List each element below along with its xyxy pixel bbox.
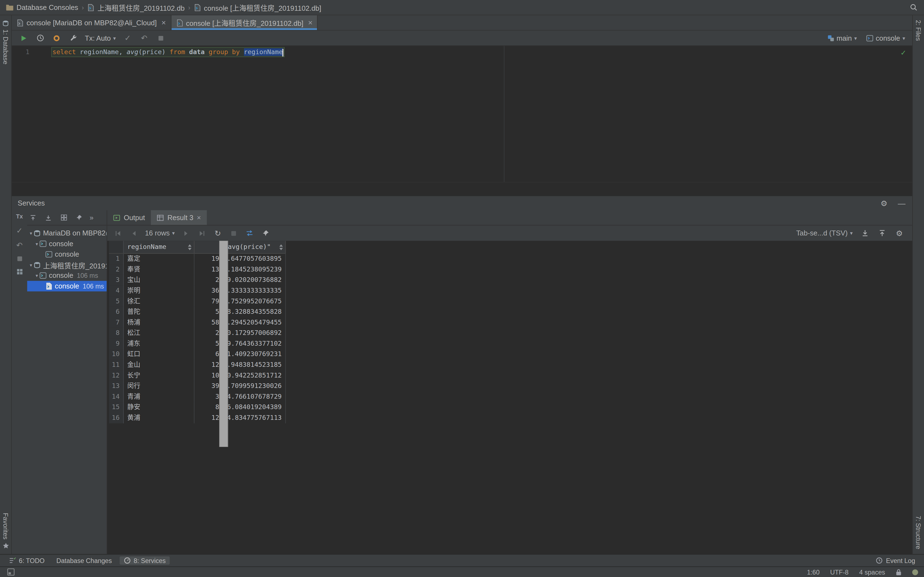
tab-console-mariadb[interactable]: console [MariaDB on MBP82@Ali_Cloud] ×	[12, 15, 171, 30]
cell-avg-price[interactable]: 36 .3333333333335	[194, 285, 286, 296]
close-icon[interactable]: ×	[308, 19, 312, 27]
table-row[interactable]: 3宝山2 9.020200736882	[109, 275, 286, 286]
compare-icon[interactable]	[245, 228, 254, 239]
cell-avg-price[interactable]: 8 6.084019204389	[194, 402, 286, 413]
rollback-icon[interactable]: ↶	[16, 242, 23, 249]
highlighting-level-icon[interactable]	[912, 569, 918, 575]
table-row[interactable]: 16黄浦12 4.834775767113	[109, 413, 286, 424]
commit-button[interactable]: ✓	[123, 33, 132, 44]
cell-avg-price[interactable]: 19 .6477057603895	[194, 254, 286, 264]
table-row[interactable]: 2奉贤13 .1845238095239	[109, 264, 286, 275]
corner-cell[interactable]	[109, 241, 124, 253]
table-row[interactable]: 10虹口6 1.409230769231	[109, 349, 286, 360]
gear-icon[interactable]: ⚙	[879, 198, 888, 208]
table-row[interactable]: 13闵行39 .7099591230026	[109, 381, 286, 392]
expand-all-icon[interactable]	[44, 213, 53, 223]
table-row[interactable]: 11金山12 .9483814523185	[109, 359, 286, 371]
previous-page-icon[interactable]	[129, 228, 138, 239]
schema-selector-dropdown[interactable]: main ▾	[827, 34, 857, 42]
cell-regionName[interactable]: 浦东	[124, 338, 194, 349]
close-icon[interactable]: ×	[162, 19, 166, 27]
cell-regionName[interactable]: 嘉定	[124, 254, 194, 264]
pin-tab-icon[interactable]	[74, 213, 84, 223]
file-encoding[interactable]: UTF-8	[830, 569, 849, 575]
cell-avg-price[interactable]: 5 8.328834355828	[194, 307, 286, 318]
cell-regionName[interactable]: 奉贤	[124, 264, 194, 275]
search-icon[interactable]	[909, 2, 918, 13]
tx-mode-dropdown[interactable]: Tx: Auto ▾	[85, 34, 116, 42]
tree-node[interactable]: ▾MariaDB on MBP82@Ali...	[27, 228, 107, 239]
table-row[interactable]: 9浦东5 9.764363377102	[109, 338, 286, 349]
cell-avg-price[interactable]: 3 4.766107678729	[194, 392, 286, 402]
cell-avg-price[interactable]: 6 1.409230769231	[194, 349, 286, 360]
table-row[interactable]: 12长宁10 0.942252851712	[109, 371, 286, 381]
caret-position[interactable]: 1:60	[807, 569, 819, 575]
indent-setting[interactable]: 4 spaces	[859, 569, 885, 575]
rollback-button[interactable]: ↶	[139, 33, 149, 44]
toolwindow-button-database-changes[interactable]: Database Changes	[52, 556, 116, 565]
inspection-ok-icon[interactable]: ✓	[900, 49, 906, 57]
cell-avg-price[interactable]: 12 4.834775767113	[194, 413, 286, 424]
toolwindow-button-files[interactable]: 2: Files	[915, 20, 922, 41]
cell-regionName[interactable]: 松江	[124, 328, 194, 339]
column-header-avg-price[interactable]: "avg(price)"	[194, 241, 286, 253]
sort-icon[interactable]	[279, 244, 283, 250]
cell-regionName[interactable]: 虹口	[124, 349, 194, 360]
tree-node[interactable]: ▾上海租赁住房_20191102...	[27, 259, 107, 270]
export-up-icon[interactable]	[877, 228, 887, 239]
tree-node[interactable]: ▾console	[27, 239, 107, 249]
table-row[interactable]: 8松江2 0.172957006892	[109, 328, 286, 339]
group-by-icon[interactable]	[59, 213, 68, 223]
next-page-icon[interactable]	[181, 228, 191, 239]
commit-icon[interactable]: ✓	[16, 227, 23, 234]
page-size-dropdown[interactable]: 16 rows ▾	[145, 229, 174, 237]
breadcrumb-item-db-file[interactable]: 上海租赁住房_20191102.db	[87, 2, 184, 12]
collapse-all-icon[interactable]	[28, 213, 38, 223]
cell-regionName[interactable]: 杨浦	[124, 318, 194, 328]
cell-regionName[interactable]: 徐汇	[124, 296, 194, 307]
toolwindow-button-favorites[interactable]: Favorites	[2, 513, 9, 549]
reload-icon[interactable]: ↻	[213, 228, 223, 239]
tree-chevron-icon[interactable]: ▾	[28, 263, 34, 268]
cell-regionName[interactable]: 长宁	[124, 371, 194, 381]
cell-avg-price[interactable]: 39 .7099591230026	[194, 381, 286, 392]
pin-icon[interactable]	[261, 228, 270, 239]
gear-icon[interactable]: ⚙	[895, 228, 904, 239]
cell-regionName[interactable]: 金山	[124, 359, 194, 371]
layout-grid-icon[interactable]	[16, 268, 23, 275]
table-row[interactable]: 6普陀5 8.328834355828	[109, 307, 286, 318]
history-icon[interactable]	[36, 33, 45, 44]
console-selector-dropdown[interactable]: console ▾	[866, 34, 905, 42]
toolwindow-button-database[interactable]: 1: Database	[2, 20, 9, 64]
tree-node[interactable]: console106 ms	[27, 281, 107, 292]
tree-node[interactable]: ▾console106 ms	[27, 270, 107, 281]
editor-code-area[interactable]: select regionName, avg(price) from data …	[39, 46, 912, 182]
attach-session-icon[interactable]	[52, 33, 61, 44]
tree-chevron-icon[interactable]: ▾	[28, 230, 34, 236]
sort-icon[interactable]	[188, 244, 192, 250]
cell-avg-price[interactable]: 2 0.172957006892	[194, 328, 286, 339]
column-header-regionName[interactable]: regionName	[124, 241, 194, 253]
table-row[interactable]: 1嘉定19 .6477057603895	[109, 254, 286, 264]
toolwindow-button-structure[interactable]: 7: Structure	[915, 516, 922, 549]
tx-toggle-icon[interactable]: Tx	[16, 213, 23, 220]
sql-editor[interactable]: 1 select regionName, avg(price) from dat…	[12, 46, 912, 195]
cell-regionName[interactable]: 静安	[124, 402, 194, 413]
cell-avg-price[interactable]: 58 .2945205479455	[194, 318, 286, 328]
cell-regionName[interactable]: 黄浦	[124, 413, 194, 424]
stop-icon[interactable]	[17, 256, 22, 261]
cell-avg-price[interactable]: 79 .7529952076675	[194, 296, 286, 307]
table-row[interactable]: 4崇明36 .3333333333335	[109, 285, 286, 296]
cell-avg-price[interactable]: 13 .1845238095239	[194, 264, 286, 275]
tree-chevron-icon[interactable]: ▾	[34, 273, 39, 278]
tab-output[interactable]: Output	[107, 210, 151, 225]
first-page-icon[interactable]	[113, 228, 123, 239]
breadcrumb-item-database-consoles[interactable]: Database Consoles	[6, 3, 78, 11]
table-row[interactable]: 14青浦3 4.766107678729	[109, 392, 286, 402]
cancel-query-button[interactable]	[156, 33, 165, 44]
download-icon[interactable]	[861, 228, 870, 239]
table-row[interactable]: 5徐汇79 .7529952076675	[109, 296, 286, 307]
cell-avg-price[interactable]: 10 0.942252851712	[194, 371, 286, 381]
cell-regionName[interactable]: 宝山	[124, 275, 194, 286]
event-log-button[interactable]: Event Log	[872, 556, 919, 565]
